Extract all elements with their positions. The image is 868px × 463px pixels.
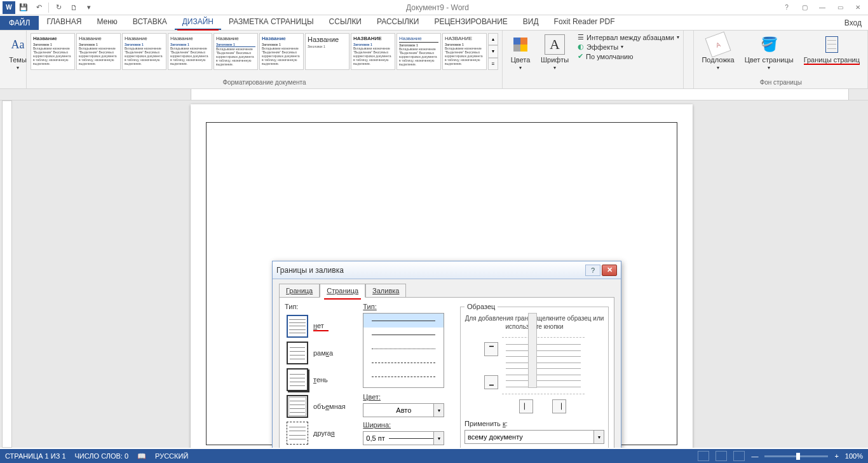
style-thumb[interactable]: НазваниеЗаголовок 1Вкладываем назначение…: [259, 33, 304, 70]
file-tab[interactable]: ФАЙЛ: [0, 16, 39, 30]
style-thumb[interactable]: НазваниеЗаголовок 1Вкладываем назначение…: [168, 33, 212, 70]
maximize-button[interactable]: ▭: [832, 2, 848, 13]
status-bar: СТРАНИЦА 1 ИЗ 1 ЧИСЛО СЛОВ: 0 📖 РУССКИЙ …: [0, 449, 868, 463]
setting-custom[interactable]: другая: [285, 420, 358, 446]
style-gallery[interactable]: НазваниеЗаголовок 1Вкладываем назначение…: [31, 33, 498, 70]
borders-shading-dialog: Границы и заливка ? ✕ Граница Страница З…: [272, 261, 621, 448]
status-proofing-icon[interactable]: 📖: [137, 452, 146, 460]
tab-menu[interactable]: Меню: [89, 15, 125, 30]
zoom-out-button[interactable]: —: [751, 452, 758, 460]
gallery-up-button[interactable]: ▴: [488, 33, 498, 45]
tab-design[interactable]: ДИЗАЙН: [175, 15, 221, 30]
style-thumb[interactable]: НАЗВАНИЕЗаголовок 1Вкладываем назначение…: [442, 33, 487, 70]
setting-none[interactable]: нет: [285, 313, 358, 340]
sign-in-link[interactable]: Вход: [838, 16, 868, 30]
chevron-down-icon: ▾: [433, 432, 444, 445]
style-thumb[interactable]: НазваниеЗаголовок 1Вкладываем назначение…: [214, 33, 258, 70]
window-title: Документ9 - Word: [96, 3, 779, 12]
setting-box[interactable]: рамка: [285, 340, 358, 366]
horizontal-ruler[interactable]: [0, 89, 868, 100]
zoom-in-button[interactable]: +: [834, 452, 838, 460]
qat-customize-icon[interactable]: ▾: [82, 1, 96, 15]
style-thumb[interactable]: НазваниеЗаголовок 1Вкладываем назначение…: [76, 33, 121, 70]
set-default-button[interactable]: ✔По умолчанию: [578, 52, 679, 60]
edge-top-button[interactable]: ▔: [484, 342, 498, 356]
document-area: Границы и заливка ? ✕ Граница Страница З…: [0, 100, 868, 448]
vertical-ruler[interactable]: [2, 100, 12, 448]
style-thumb[interactable]: НАЗВАНИЕЗаголовок 1Вкладываем назначение…: [351, 33, 395, 70]
border-style-list[interactable]: [363, 313, 444, 388]
qat-save-icon[interactable]: 💾: [17, 1, 31, 15]
qat-undo-icon[interactable]: ↶: [32, 1, 46, 15]
style-thumb[interactable]: НазваниеЗаголовок 1: [305, 33, 349, 70]
view-read-button[interactable]: [698, 451, 709, 461]
tab-insert[interactable]: ВСТАВКА: [125, 15, 175, 30]
page-borders-button[interactable]: Границы страниц: [800, 33, 864, 65]
check-icon: ✔: [578, 52, 583, 60]
tab-home[interactable]: ГЛАВНАЯ: [39, 15, 89, 30]
style-thumb[interactable]: НазваниеЗаголовок 1Вкладываем назначение…: [397, 33, 441, 70]
dialog-help-button[interactable]: ?: [585, 265, 600, 276]
status-page[interactable]: СТРАНИЦА 1 ИЗ 1: [5, 452, 66, 460]
edge-left-button[interactable]: ▏: [519, 399, 533, 413]
group-doc-formatting: Форматирование документа: [31, 78, 498, 86]
tab-review[interactable]: РЕЦЕНЗИРОВАНИЕ: [426, 15, 515, 30]
tab-view[interactable]: ВИД: [515, 15, 546, 30]
zoom-level[interactable]: 100%: [845, 452, 863, 460]
ribbon-tabs: ФАЙЛ ГЛАВНАЯ Меню ВСТАВКА ДИЗАЙН РАЗМЕТК…: [0, 15, 868, 31]
minimize-button[interactable]: —: [815, 2, 830, 13]
fonts-icon: A: [545, 34, 565, 55]
dialog-tab-shading[interactable]: Заливка: [365, 284, 406, 298]
themes-label: Темы: [9, 56, 27, 64]
edge-bottom-button[interactable]: ▁: [484, 375, 498, 389]
themes-icon: Aa: [8, 34, 28, 55]
paragraph-spacing-button[interactable]: ☰Интервал между абзацами ▾: [578, 33, 679, 41]
status-words[interactable]: ЧИСЛО СЛОВ: 0: [75, 452, 129, 460]
title-bar: W 💾 ↶ ↻ 🗋 ▾ Документ9 - Word ? ▢ — ▭ ✕: [0, 0, 868, 15]
dialog-close-button[interactable]: ✕: [602, 265, 617, 276]
tab-foxit[interactable]: Foxit Reader PDF: [546, 15, 623, 30]
qat-redo-icon[interactable]: ↻: [51, 1, 65, 15]
ribbon: Aa Темы ▾ НазваниеЗаголовок 1Вкладываем …: [0, 31, 868, 89]
dialog-titlebar[interactable]: Границы и заливка ? ✕: [273, 261, 621, 279]
watermark-button[interactable]: A Подложка▾: [698, 33, 738, 72]
preview-page[interactable]: [502, 337, 585, 394]
setting-label: Тип:: [285, 303, 358, 310]
tab-references[interactable]: ССЫЛКИ: [322, 15, 369, 30]
style-thumb[interactable]: НазваниеЗаголовок 1Вкладываем назначение…: [122, 33, 166, 70]
ribbon-display-button[interactable]: ▢: [797, 2, 812, 13]
border-width-combo[interactable]: 0,5 пт▾: [363, 431, 444, 445]
qat-new-icon[interactable]: 🗋: [67, 1, 81, 15]
gallery-more-button[interactable]: ≡: [488, 58, 498, 70]
zoom-slider[interactable]: [764, 455, 828, 457]
fonts-button[interactable]: A Шрифты▾: [537, 33, 573, 72]
apply-to-combo[interactable]: всему документу▾: [465, 430, 604, 444]
chevron-down-icon: ▾: [433, 404, 444, 417]
chevron-down-icon: ▾: [593, 431, 604, 443]
watermark-icon: A: [705, 31, 731, 57]
tab-mailings[interactable]: РАССЫЛКИ: [369, 15, 426, 30]
page-color-icon: 🪣: [759, 34, 779, 55]
close-window-button[interactable]: ✕: [850, 2, 865, 13]
view-print-button[interactable]: [715, 451, 727, 461]
style-scrollbar[interactable]: [528, 313, 537, 388]
border-color-combo[interactable]: Авто▾: [363, 403, 444, 417]
setting-shadow[interactable]: тень: [285, 366, 358, 393]
page-color-button[interactable]: 🪣 Цвет страницы▾: [741, 33, 797, 72]
status-language[interactable]: РУССКИЙ: [155, 452, 188, 460]
effects-button[interactable]: ◐Эффекты ▾: [578, 43, 679, 51]
gallery-down-button[interactable]: ▾: [488, 45, 498, 57]
colors-button[interactable]: Цвета▾: [506, 33, 534, 72]
tab-page-layout[interactable]: РАЗМЕТКА СТРАНИЦЫ: [221, 15, 322, 30]
apply-to-label: Применить к:: [465, 420, 604, 427]
edge-right-button[interactable]: ▕: [552, 399, 566, 413]
setting-3d[interactable]: объемная: [285, 393, 358, 420]
preview-legend: Образец: [465, 303, 498, 310]
style-thumb[interactable]: НазваниеЗаголовок 1Вкладываем назначение…: [31, 33, 75, 70]
view-web-button[interactable]: [733, 451, 745, 461]
dialog-tab-page[interactable]: Страница: [320, 284, 365, 298]
effects-icon: ◐: [578, 43, 584, 51]
help-button[interactable]: ?: [779, 2, 794, 13]
colors-icon: [510, 34, 531, 55]
dialog-tab-border[interactable]: Граница: [279, 284, 320, 298]
